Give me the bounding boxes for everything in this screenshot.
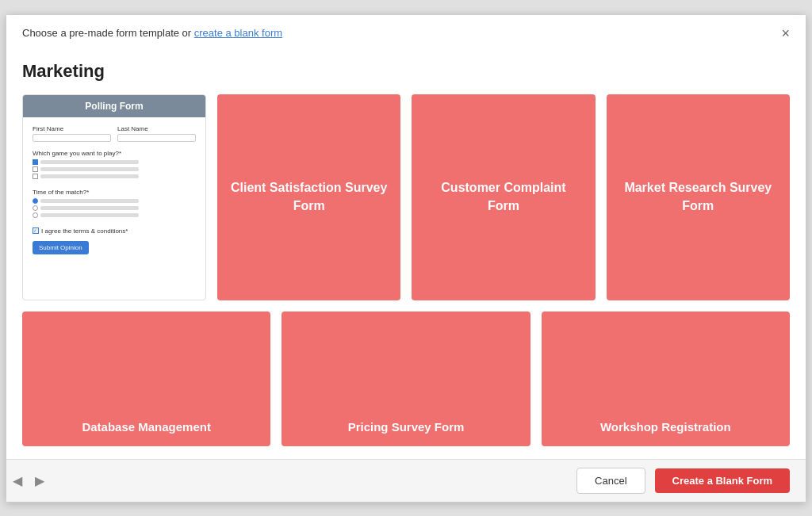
polling-radio-item-3 xyxy=(33,212,196,218)
scroll-right-arrow[interactable]: ▶ xyxy=(29,465,51,496)
modal-header-text: Choose a pre-made form template or creat… xyxy=(22,27,282,39)
create-blank-form-link[interactable]: create a blank form xyxy=(194,27,282,39)
polling-last-name-field: Last Name xyxy=(117,125,196,145)
card-label: Customer Complaint Form xyxy=(412,166,595,227)
polling-radio-item-1 xyxy=(33,198,196,204)
templates-grid-row1: Polling Form First Name Last Name Which … xyxy=(22,94,790,300)
card-label: Client Satisfaction Survey Form xyxy=(217,166,400,227)
check-line xyxy=(40,160,139,164)
card-label: Pricing Survey Form xyxy=(340,419,473,435)
polling-terms-label: I agree the terms & conditions* xyxy=(33,227,196,235)
radio-line xyxy=(40,213,139,217)
header-static-text: Choose a pre-made form template or xyxy=(22,27,194,39)
card-label: Database Management xyxy=(74,419,219,435)
scroll-left-arrow[interactable]: ◀ xyxy=(6,465,29,496)
polling-name-row: First Name Last Name xyxy=(33,125,196,145)
radio-line xyxy=(40,199,139,203)
polling-card-body: First Name Last Name Which game you want… xyxy=(23,117,205,262)
first-name-label: First Name xyxy=(33,125,111,132)
modal-footer: ◀ ▶ Cancel Create a Blank Form xyxy=(6,459,806,502)
section-title: Marketing xyxy=(22,61,790,82)
terms-checkbox xyxy=(33,227,39,234)
templates-grid-row2: Database Management Pricing Survey Form … xyxy=(22,312,790,446)
polling-radio-item-2 xyxy=(33,205,196,211)
radio-dot xyxy=(33,212,38,218)
cancel-button[interactable]: Cancel xyxy=(576,468,645,494)
template-card-customer-complaint[interactable]: Customer Complaint Form xyxy=(412,94,595,300)
template-card-workshop-registration[interactable]: Workshop Registration xyxy=(542,312,790,446)
footer-buttons: Cancel Create a Blank Form xyxy=(51,460,806,502)
modal-dialog: Choose a pre-made form template or creat… xyxy=(6,14,806,503)
template-card-client-satisfaction[interactable]: Client Satisfaction Survey Form xyxy=(217,94,400,300)
last-name-label: Last Name xyxy=(117,125,196,132)
polling-first-name-field: First Name xyxy=(33,125,111,145)
card-label: Market Research Survey Form xyxy=(607,166,790,227)
terms-text: I agree the terms & conditions* xyxy=(41,227,128,235)
polling-check-item-2 xyxy=(33,166,196,172)
last-name-input-sim xyxy=(117,134,196,142)
card-label: Workshop Registration xyxy=(592,419,739,435)
polling-question1: Which game you want to play?* xyxy=(33,150,196,157)
template-card-pricing-survey[interactable]: Pricing Survey Form xyxy=(282,312,530,446)
radio-dot xyxy=(33,205,38,211)
check-box-checked xyxy=(33,159,38,165)
template-card-database-management[interactable]: Database Management xyxy=(22,312,270,446)
check-line xyxy=(40,174,139,178)
polling-question2: Time of the match?* xyxy=(33,189,196,196)
polling-submit-button[interactable]: Submit Opinion xyxy=(33,241,89,254)
check-box xyxy=(33,166,38,172)
radio-line xyxy=(40,206,139,210)
create-blank-form-button[interactable]: Create a Blank Form xyxy=(655,468,790,493)
polling-check-item-3 xyxy=(33,174,196,179)
first-name-input-sim xyxy=(33,134,111,142)
polling-card-header: Polling Form xyxy=(23,95,205,117)
close-button[interactable]: × xyxy=(781,26,790,40)
modal-header: Choose a pre-made form template or creat… xyxy=(6,15,806,48)
radio-dot-checked xyxy=(33,198,38,204)
check-box xyxy=(33,174,38,179)
template-card-market-research[interactable]: Market Research Survey Form xyxy=(607,94,790,300)
polling-check-item-1 xyxy=(33,159,196,165)
check-line xyxy=(40,167,139,171)
modal-body: Marketing Polling Form First Name Last N… xyxy=(6,48,806,459)
template-card-polling[interactable]: Polling Form First Name Last Name Which … xyxy=(22,94,206,300)
